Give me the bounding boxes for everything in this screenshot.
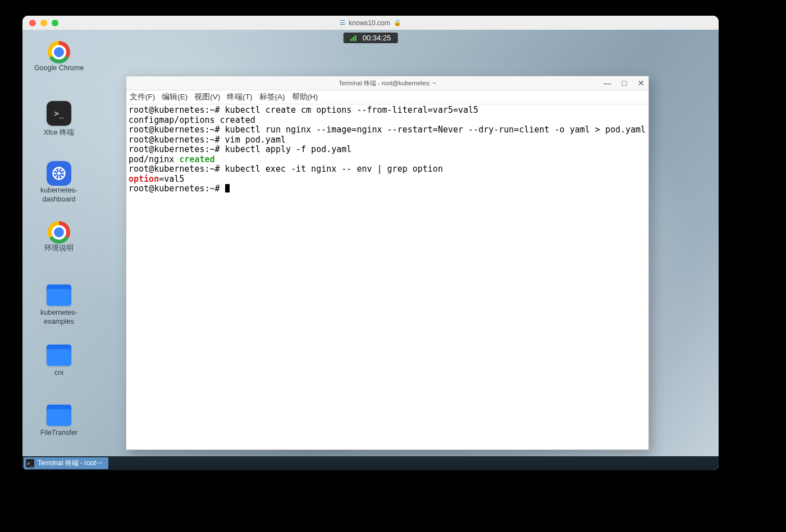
svg-line-9 (54, 169, 57, 171)
minimize-button[interactable]: — (602, 79, 613, 88)
desktop-icon-k8s-examples[interactable]: kubernetes- examples (34, 281, 84, 326)
terminal-title: Terminal 终端 - root@kubernetes: ~ (339, 79, 436, 88)
icon-label: FileTransfer (40, 428, 77, 437)
taskbar-terminal-button[interactable]: >_ Terminal 终端 - root⋯ (24, 457, 108, 469)
prompt: root@kubernetes:~# (129, 144, 225, 154)
mac-titlebar: ☰ knows10.com 🔒 (22, 16, 719, 30)
prompt: root@kubernetes:~# (129, 135, 225, 145)
chrome-icon (48, 41, 70, 63)
svg-rect-0 (350, 39, 352, 41)
traffic-lights (22, 20, 58, 26)
helm-wheel-icon (51, 166, 67, 181)
zoom-icon[interactable] (52, 20, 58, 26)
icon-label: cni (54, 368, 63, 377)
signal-icon (350, 35, 358, 41)
icon-label: 环境说明 (44, 244, 74, 253)
svg-rect-1 (353, 37, 354, 41)
kubernetes-icon (47, 161, 71, 186)
term-line: kubectl run nginx --image=nginx --restar… (225, 125, 646, 135)
minimize-icon[interactable] (40, 20, 47, 26)
taskbar-label: Terminal 终端 - root⋯ (38, 458, 103, 468)
icon-label: Google Chrome (34, 63, 84, 72)
desktop-icon-chrome[interactable]: Google Chrome (34, 41, 84, 72)
folder-icon (47, 285, 71, 306)
term-line: kubectl apply -f pod.yaml (225, 144, 352, 154)
prompt: root@kubernetes:~# (129, 105, 225, 115)
desktop[interactable]: 00:34:25 Google Chrome >_ Xfce 终端 (22, 30, 719, 470)
terminal-titlebar[interactable]: Terminal 终端 - root@kubernetes: ~ — □ ✕ (126, 76, 648, 90)
svg-rect-2 (355, 35, 357, 41)
svg-line-10 (61, 176, 63, 178)
maximize-button[interactable]: □ (619, 79, 629, 88)
terminal-icon: >_ (26, 459, 34, 467)
svg-line-12 (54, 176, 57, 178)
menu-tabs[interactable]: 标签(A) (259, 92, 285, 102)
icon-label: kubernetes- dashboard (40, 186, 77, 204)
menu-help[interactable]: 帮助(H) (292, 92, 318, 102)
term-line: vim pod.yaml (225, 135, 286, 145)
lock-icon: 🔒 (394, 19, 401, 26)
desktop-icon-env-doc[interactable]: 环境说明 (34, 221, 84, 253)
chrome-icon (48, 221, 70, 244)
menu-edit[interactable]: 编辑(E) (162, 92, 188, 102)
taskbar: >_ Terminal 终端 - root⋯ (22, 456, 719, 470)
term-line: configmap/options created (129, 115, 255, 125)
term-created: created (179, 154, 214, 164)
term-line: =val5 (159, 174, 184, 184)
desktop-icon-cni[interactable]: cni (34, 341, 84, 377)
url-text: knows10.com (349, 19, 390, 27)
close-button[interactable]: ✕ (636, 79, 646, 88)
terminal-window[interactable]: Terminal 终端 - root@kubernetes: ~ — □ ✕ 文… (126, 76, 649, 450)
terminal-icon: >_ (47, 101, 71, 126)
terminal-menubar: 文件(F) 编辑(E) 视图(V) 终端(T) 标签(A) 帮助(H) (126, 90, 648, 104)
term-line: pod/nginx (129, 154, 179, 164)
vnc-mac-window: ☰ knows10.com 🔒 00:34:25 Google Chrome >… (22, 16, 719, 470)
close-icon[interactable] (29, 20, 36, 26)
svg-line-11 (61, 169, 63, 171)
browser-url: ☰ knows10.com 🔒 (340, 19, 401, 27)
menu-terminal[interactable]: 终端(T) (227, 92, 252, 102)
prompt: root@kubernetes:~# (129, 125, 225, 135)
term-line: kubectl exec -it nginx -- env | grep opt… (225, 164, 443, 174)
desktop-icon-k8s-dashboard[interactable]: kubernetes- dashboard (34, 161, 84, 204)
svg-point-4 (57, 172, 61, 175)
cursor-icon (225, 184, 230, 192)
timer-text: 00:34:25 (363, 34, 391, 42)
icon-label: kubernetes- examples (40, 308, 77, 326)
terminal-body[interactable]: root@kubernetes:~# kubectl create cm opt… (126, 104, 648, 450)
grep-match: option (129, 174, 159, 184)
icon-label: Xfce 终端 (44, 128, 75, 137)
folder-icon (47, 405, 71, 426)
prompt: root@kubernetes:~# (129, 184, 225, 194)
desktop-icon-xfce-terminal[interactable]: >_ Xfce 终端 (34, 101, 84, 137)
term-line: kubectl create cm options --from-literal… (225, 105, 479, 115)
menu-file[interactable]: 文件(F) (130, 92, 155, 102)
session-timer: 00:34:25 (344, 33, 398, 43)
folder-icon (47, 345, 71, 366)
desktop-icon-filetransfer[interactable]: FileTransfer (34, 401, 84, 437)
site-settings-icon: ☰ (340, 19, 345, 26)
menu-view[interactable]: 视图(V) (194, 92, 220, 102)
prompt: root@kubernetes:~# (129, 164, 225, 174)
